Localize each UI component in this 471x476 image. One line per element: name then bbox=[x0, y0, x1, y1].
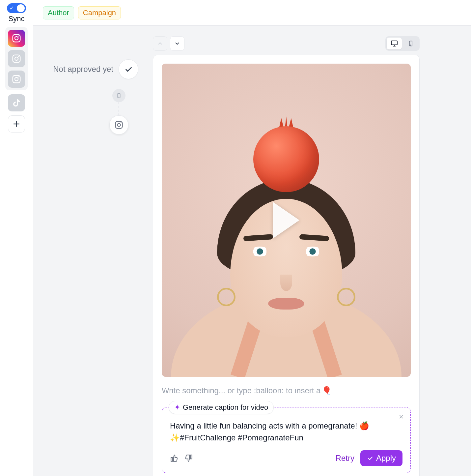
account-tiktok[interactable] bbox=[8, 94, 25, 111]
add-account-button[interactable] bbox=[8, 115, 25, 133]
stage-header bbox=[153, 36, 420, 51]
balloon-emoji: 🎈 bbox=[322, 386, 332, 395]
apply-button[interactable]: Apply bbox=[360, 450, 402, 466]
post-nav bbox=[153, 36, 184, 51]
device-mobile-button[interactable] bbox=[403, 38, 418, 49]
ai-feedback bbox=[170, 454, 193, 462]
caption-input[interactable]: Write something... or type :balloon: to … bbox=[162, 386, 411, 395]
video-preview[interactable] bbox=[162, 64, 411, 377]
svg-point-13 bbox=[121, 122, 122, 123]
timeline-instagram-node[interactable] bbox=[109, 115, 128, 134]
svg-point-10 bbox=[119, 97, 119, 98]
timeline-connector bbox=[119, 102, 119, 115]
svg-point-4 bbox=[15, 57, 18, 60]
apply-label: Apply bbox=[376, 454, 396, 463]
account-instagram-active[interactable] bbox=[8, 30, 25, 47]
svg-point-2 bbox=[18, 36, 19, 37]
retry-button[interactable]: Retry bbox=[336, 454, 354, 463]
caption-area: Write something... or type :balloon: to … bbox=[162, 386, 411, 473]
next-post-button[interactable] bbox=[170, 36, 184, 51]
account-instagram-2[interactable] bbox=[8, 50, 25, 67]
chevron-up-icon bbox=[157, 40, 163, 47]
approval-status: Not approved yet bbox=[53, 65, 113, 74]
approval-row: Not approved yet bbox=[53, 59, 138, 79]
close-icon bbox=[398, 413, 404, 420]
account-group bbox=[5, 27, 28, 90]
ai-suggestion-text: Having a little fun balancing acts with … bbox=[170, 420, 402, 444]
mobile-icon bbox=[407, 40, 414, 47]
svg-rect-14 bbox=[391, 41, 397, 45]
instagram-icon bbox=[12, 33, 21, 43]
post-card: Write something... or type :balloon: to … bbox=[153, 55, 420, 476]
play-icon bbox=[273, 202, 299, 238]
device-switch bbox=[385, 36, 420, 51]
svg-point-5 bbox=[18, 56, 19, 57]
mobile-icon bbox=[116, 93, 122, 99]
ai-close-button[interactable] bbox=[397, 412, 406, 421]
check-icon bbox=[367, 455, 374, 461]
svg-point-7 bbox=[15, 77, 18, 81]
side-column: Not approved yet bbox=[40, 36, 138, 134]
thumbs-down-button[interactable] bbox=[184, 454, 193, 462]
tiktok-icon bbox=[12, 98, 21, 108]
svg-point-12 bbox=[117, 123, 120, 126]
thumbs-down-icon bbox=[184, 454, 193, 462]
desktop-icon bbox=[390, 40, 398, 47]
ai-actions: Retry Apply bbox=[170, 450, 402, 466]
timeline-mobile-node[interactable] bbox=[112, 89, 125, 102]
svg-point-8 bbox=[18, 76, 19, 77]
check-icon: ✓ bbox=[10, 6, 14, 11]
tag-campaign[interactable]: Campaign bbox=[78, 6, 121, 19]
sync-label: Sync bbox=[9, 15, 25, 23]
thumbs-up-button[interactable] bbox=[170, 454, 179, 462]
tag-author[interactable]: Author bbox=[43, 6, 74, 19]
left-rail: ✓ Sync bbox=[0, 0, 33, 476]
sparkle-icon: ✦ bbox=[174, 403, 180, 412]
instagram-icon bbox=[12, 74, 21, 84]
svg-point-1 bbox=[15, 37, 18, 40]
toggle-knob bbox=[17, 4, 25, 12]
thumbs-up-icon bbox=[170, 454, 179, 462]
account-instagram-3[interactable] bbox=[8, 71, 25, 88]
caption-placeholder: Write something... or type :balloon: to … bbox=[162, 386, 320, 395]
ai-chip-label: Generate caption for video bbox=[183, 403, 268, 412]
svg-point-16 bbox=[410, 45, 411, 45]
check-icon bbox=[124, 65, 133, 74]
sync-control: ✓ Sync bbox=[7, 3, 26, 23]
chevron-down-icon bbox=[174, 40, 180, 47]
sync-toggle[interactable]: ✓ bbox=[7, 3, 26, 13]
ai-right-actions: Retry Apply bbox=[336, 450, 402, 466]
device-desktop-button[interactable] bbox=[387, 38, 402, 49]
editor-stage: Write something... or type :balloon: to … bbox=[153, 36, 420, 476]
channel-timeline bbox=[109, 89, 128, 134]
ai-suggestion-box: ✦ Generate caption for video Having a li… bbox=[162, 407, 411, 473]
instagram-icon bbox=[12, 54, 21, 64]
approve-button[interactable] bbox=[119, 59, 138, 79]
ai-chip[interactable]: ✦ Generate caption for video bbox=[169, 401, 274, 414]
prev-post-button[interactable] bbox=[153, 36, 167, 51]
instagram-icon bbox=[114, 120, 124, 130]
plus-icon bbox=[12, 119, 21, 129]
top-tag-bar: Author Campaign bbox=[33, 0, 471, 26]
